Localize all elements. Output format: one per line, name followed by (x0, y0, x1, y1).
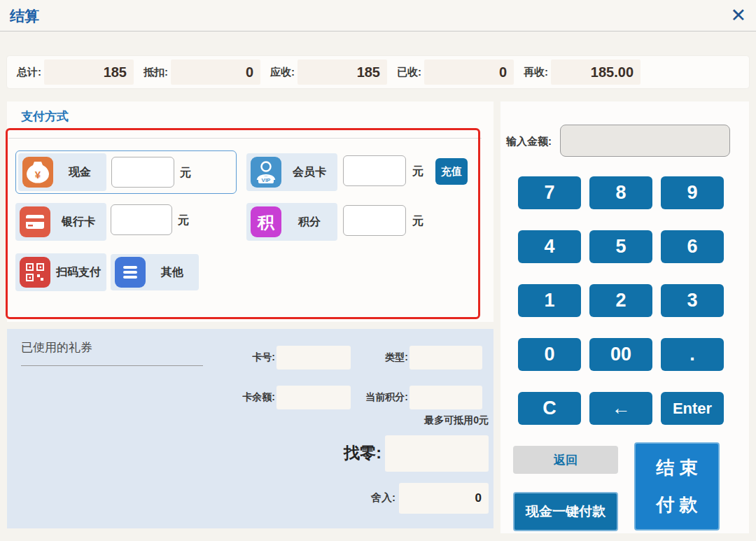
member-amount-input[interactable] (343, 155, 406, 186)
payment-panel: 支付方式 ¥ 现金 元 VIP 会员卡 元 充值 (7, 101, 493, 322)
divider (21, 365, 203, 366)
enter-amount-label: 输入金额: (506, 135, 552, 148)
change-field (385, 435, 489, 472)
member-vip-icon: VIP (251, 157, 281, 188)
summary-received-value: 0 (424, 59, 514, 85)
summary-receivable-value: 185 (298, 59, 387, 85)
card-no-field (276, 346, 351, 370)
key-4[interactable]: 4 (518, 230, 581, 263)
payment-method-cash[interactable]: ¥ 现金 (18, 153, 106, 191)
payment-member-label: 会员卡 (281, 165, 337, 180)
dialog-title: 结算 (10, 6, 39, 26)
key-dot[interactable]: . (661, 338, 724, 371)
key-7[interactable]: 7 (518, 176, 581, 209)
menu-list-icon (115, 257, 146, 288)
key-backspace-icon[interactable]: ← (589, 392, 652, 425)
payment-method-other[interactable]: 其他 (111, 254, 199, 290)
key-0[interactable]: 0 (518, 338, 581, 371)
max-deduct-note: 最多可抵用0元 (357, 414, 489, 427)
points-unit-label: 元 (412, 214, 424, 229)
member-unit-label: 元 (412, 164, 424, 179)
back-button[interactable]: 返回 (513, 446, 618, 474)
summary-receivable: 应收: 185 (270, 59, 387, 85)
dialog-header: 结算 ✕ (0, 0, 756, 31)
cash-unit-label: 元 (180, 166, 191, 181)
current-points-label: 当前积分: (335, 391, 408, 404)
voucher-card-panel: 已使用的礼券 卡号: 类型: 卡余额: 当前积分: 最多可抵用0元 找零: 舍入… (7, 329, 493, 528)
summary-total: 总计: 185 (17, 59, 134, 85)
close-icon[interactable]: ✕ (730, 3, 746, 28)
summary-total-label: 总计: (17, 66, 41, 79)
payment-bank-label: 银行卡 (50, 215, 106, 230)
summary-bar: 总计: 185 抵扣: 0 应收: 185 已收: 0 再收: 185.00 (7, 56, 749, 88)
card-no-label: 卡号: (210, 351, 275, 364)
cash-quick-pay-button[interactable]: 现金一键付款 (513, 492, 618, 531)
summary-deduction-value: 0 (171, 59, 260, 85)
used-voucher-title: 已使用的礼券 (21, 339, 92, 356)
rounding-field: 0 (399, 483, 489, 514)
change-label: 找零: (326, 442, 382, 464)
key-clear[interactable]: C (518, 392, 581, 425)
bank-unit-label: 元 (178, 213, 189, 228)
key-00[interactable]: 00 (589, 338, 652, 371)
payment-method-scan[interactable]: 扫码支付 (15, 253, 106, 291)
svg-text:¥: ¥ (35, 169, 41, 181)
key-enter[interactable]: Enter (661, 392, 724, 425)
card-balance-label: 卡余额: (210, 391, 275, 404)
summary-deduction-label: 抵扣: (144, 66, 168, 79)
summary-receivable-label: 应收: (270, 66, 295, 79)
keypad: 7 8 9 4 5 6 1 2 3 0 00 . C ← Enter (518, 176, 724, 425)
recharge-button[interactable]: 充值 (435, 158, 468, 185)
payment-points-label: 积分 (281, 215, 337, 230)
key-3[interactable]: 3 (661, 284, 724, 317)
summary-remaining-value: 185.00 (551, 59, 640, 85)
enter-amount-input[interactable] (560, 125, 730, 157)
payment-cash-label: 现金 (53, 165, 106, 180)
payment-method-member[interactable]: VIP 会员卡 (246, 153, 337, 191)
finish-payment-line1: 结 束 (656, 456, 697, 480)
finish-payment-button[interactable]: 结 束 付 款 (634, 442, 720, 531)
payment-cash-row[interactable]: ¥ 现金 元 (15, 150, 237, 194)
key-8[interactable]: 8 (589, 176, 652, 209)
payment-other-label: 其他 (146, 265, 199, 280)
card-type-label: 类型: (350, 351, 408, 364)
key-6[interactable]: 6 (661, 230, 724, 263)
summary-received: 已收: 0 (397, 59, 514, 85)
finish-payment-line2: 付 款 (656, 493, 697, 517)
bank-amount-input[interactable] (111, 204, 172, 235)
points-amount-input[interactable] (343, 205, 406, 236)
summary-total-value: 185 (44, 59, 134, 85)
current-points-field (410, 386, 482, 409)
payment-method-points[interactable]: 积 积分 (246, 203, 337, 241)
payment-section-title: 支付方式 (21, 108, 69, 125)
divider (8, 138, 482, 139)
key-5[interactable]: 5 (589, 230, 652, 263)
key-2[interactable]: 2 (589, 284, 652, 317)
points-icon: 积 (251, 206, 281, 237)
summary-received-label: 已收: (397, 66, 421, 79)
rounding-label: 舍入: (343, 491, 396, 505)
svg-text:积: 积 (257, 213, 275, 232)
qr-code-icon (20, 257, 50, 288)
cash-amount-input[interactable] (111, 157, 174, 188)
money-bag-icon: ¥ (22, 157, 53, 188)
svg-text:VIP: VIP (262, 177, 272, 183)
bank-card-icon (20, 206, 50, 237)
summary-remaining: 再收: 185.00 (524, 59, 640, 85)
card-type-field (410, 346, 482, 370)
numpad-panel: 输入金额: 7 8 9 4 5 6 1 2 3 0 00 . C ← Enter… (500, 101, 749, 533)
key-1[interactable]: 1 (518, 284, 581, 317)
payment-method-bank[interactable]: 银行卡 (15, 203, 106, 241)
payment-scan-label: 扫码支付 (50, 265, 106, 280)
key-9[interactable]: 9 (661, 176, 724, 209)
summary-deduction: 抵扣: 0 (144, 59, 260, 85)
summary-remaining-label: 再收: (524, 66, 548, 79)
